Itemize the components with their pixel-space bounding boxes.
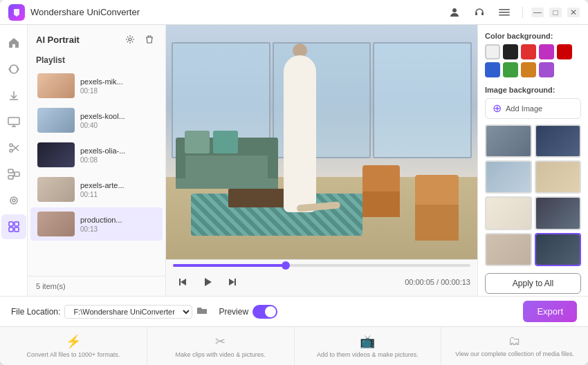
- user-icon[interactable]: [445, 3, 464, 22]
- minimize-button[interactable]: —: [531, 8, 544, 17]
- thumb-bg: [37, 142, 75, 167]
- svg-rect-1: [475, 12, 477, 15]
- sidebar-item-scissors[interactable]: [1, 135, 26, 160]
- video-frame: [166, 25, 477, 259]
- nav-icon: ✂: [215, 334, 226, 349]
- add-image-button[interactable]: ⊕ Add Image: [485, 98, 581, 119]
- current-time: 00:00:05: [405, 278, 434, 286]
- preview-toggle: Preview: [219, 305, 277, 319]
- image-thumb[interactable]: [535, 124, 582, 158]
- delete-icon[interactable]: [142, 32, 157, 47]
- nav-icon: 🗂: [508, 334, 521, 348]
- color-swatch[interactable]: [503, 44, 518, 59]
- image-thumb[interactable]: [485, 160, 532, 194]
- nav-item[interactable]: ⚡ Convert All files to 1000+ formats.: [0, 327, 147, 365]
- nav-text: Convert All files to 1000+ formats.: [26, 351, 120, 359]
- color-swatch[interactable]: [485, 62, 500, 77]
- add-image-label: Add Image: [506, 104, 542, 113]
- playlist-thumb: [37, 177, 75, 202]
- sidebar-item-convert[interactable]: [1, 57, 26, 82]
- nav-item[interactable]: 🗂 View our complete collection of media …: [441, 327, 588, 365]
- svg-rect-2: [481, 12, 484, 15]
- close-button[interactable]: ✕: [567, 8, 580, 17]
- playlist-thumb: [37, 108, 75, 133]
- menu-icon[interactable]: [495, 3, 514, 22]
- thumb-inner: [536, 162, 580, 192]
- svg-rect-21: [15, 222, 19, 226]
- progress-bar[interactable]: [173, 264, 470, 267]
- image-thumb[interactable]: [535, 196, 582, 230]
- color-swatch[interactable]: [485, 44, 500, 59]
- app-logo: [8, 4, 25, 21]
- playlist-item[interactable]: pexels-mik... 00:18: [30, 69, 163, 102]
- title-controls: — □ ✕: [445, 3, 580, 22]
- playlist-item[interactable]: pexels-olia-... 00:08: [30, 138, 163, 171]
- folder-icon[interactable]: [196, 306, 208, 317]
- color-swatch[interactable]: [557, 44, 572, 59]
- sidebar-item-merge[interactable]: [1, 162, 26, 187]
- image-thumb[interactable]: [535, 233, 582, 266]
- color-swatch[interactable]: [503, 62, 518, 77]
- next-button[interactable]: [223, 272, 242, 292]
- playlist-duration: 00:18: [80, 87, 156, 95]
- nav-item[interactable]: 📺 Add to them videos & make pictures.: [295, 327, 442, 365]
- thumb-inner: [486, 234, 531, 265]
- playlist-name: pexels-kool...: [80, 112, 156, 120]
- thumb-bg: [37, 73, 75, 98]
- image-thumb[interactable]: [535, 160, 582, 194]
- app-title: Wondershare UniConverter: [30, 7, 445, 17]
- headphone-icon[interactable]: [470, 3, 489, 22]
- prev-button[interactable]: [173, 272, 192, 292]
- playlist-item[interactable]: production... 00:13: [30, 207, 163, 241]
- apply-all-button[interactable]: Apply to All: [485, 273, 581, 294]
- playlist-thumb: [37, 212, 75, 236]
- playlist-label: Playlist: [28, 53, 165, 69]
- total-time: 00:00:13: [441, 278, 470, 286]
- svg-point-24: [129, 38, 131, 41]
- image-thumb[interactable]: [485, 124, 532, 158]
- main-content: AI Portrait Playlist pexels-mik... 00:18: [0, 25, 588, 296]
- svg-rect-23: [15, 227, 19, 232]
- playlist-duration: 00:08: [80, 156, 156, 164]
- image-thumb[interactable]: [485, 196, 532, 230]
- playlist-duration: 00:13: [80, 225, 156, 233]
- progress-fill: [173, 264, 286, 267]
- play-button[interactable]: [198, 272, 217, 292]
- cushion-1: [185, 131, 210, 154]
- image-thumb[interactable]: [485, 233, 532, 266]
- settings-icon[interactable]: [122, 32, 138, 47]
- playlist-name: pexels-arte...: [80, 181, 156, 189]
- sidebar-item-grid[interactable]: [1, 214, 26, 239]
- color-bg-label: Color background:: [485, 32, 581, 40]
- location-select[interactable]: F:\Wondershare UniConverter: [64, 305, 192, 319]
- thumb-inner: [536, 126, 580, 156]
- svg-rect-6: [8, 118, 19, 124]
- svg-rect-4: [499, 12, 510, 13]
- sidebar-item-screen[interactable]: [1, 109, 26, 134]
- preview-switch[interactable]: [252, 305, 277, 319]
- chair-1: [362, 165, 400, 217]
- plus-icon: ⊕: [493, 103, 502, 114]
- color-swatch[interactable]: [539, 44, 554, 59]
- svg-rect-14: [8, 176, 13, 179]
- thumb-inner: [486, 198, 531, 228]
- app-window: Wondershare UniConverter — □ ✕: [0, 0, 588, 365]
- thumb-inner: [536, 234, 580, 265]
- file-location-label: File Location:: [11, 307, 60, 317]
- playlist-thumb: [37, 73, 75, 98]
- sidebar-item-toolbox[interactable]: [1, 188, 26, 213]
- sidebar-item-home[interactable]: [1, 30, 26, 55]
- color-swatch[interactable]: [521, 62, 536, 77]
- color-swatch[interactable]: [521, 44, 536, 59]
- nav-text: View our complete collection of media fi…: [455, 350, 574, 358]
- sidebar-item-download[interactable]: [1, 83, 26, 108]
- color-swatch[interactable]: [539, 62, 554, 77]
- image-grid: [485, 124, 581, 266]
- playlist-item[interactable]: pexels-arte... 00:11: [30, 173, 163, 206]
- thumb-bg: [37, 108, 75, 133]
- nav-item[interactable]: ✂ Make clips with video & pictures.: [147, 327, 295, 365]
- playlist-name: pexels-olia-...: [80, 147, 156, 155]
- maximize-button[interactable]: □: [549, 8, 562, 17]
- export-button[interactable]: Export: [523, 301, 577, 322]
- playlist-item[interactable]: pexels-kool... 00:40: [30, 104, 163, 137]
